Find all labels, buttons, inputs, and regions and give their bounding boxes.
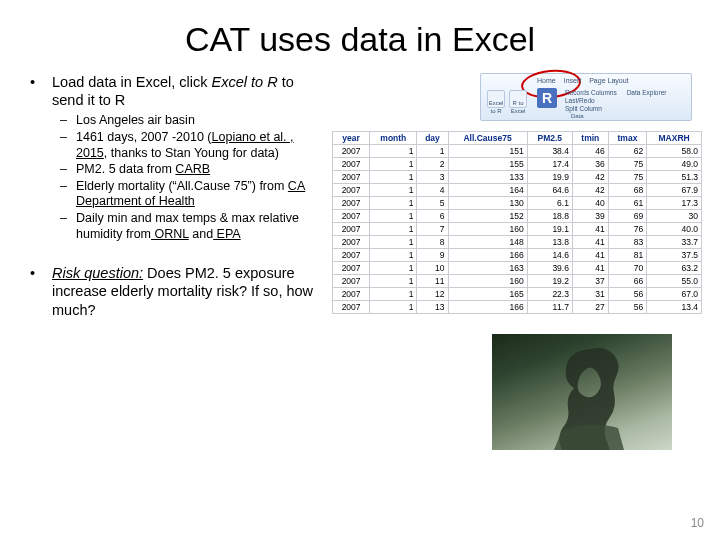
text-fragment: 1461 days, 2007 -2010 ( — [76, 130, 212, 144]
link-carb[interactable]: CARB — [175, 162, 210, 176]
table-cell: 41 — [572, 262, 608, 275]
table-cell: 22.3 — [527, 288, 572, 301]
table-row: 20071416464.6426867.9 — [333, 184, 702, 197]
text-fragment: and — [189, 227, 213, 241]
table-cell: 4 — [417, 184, 448, 197]
table-cell: 67.0 — [647, 288, 702, 301]
slide-body: • Load data in Excel, click Excel to R t… — [0, 73, 720, 450]
sub-bullet-marker: – — [60, 162, 76, 178]
sub-bullet-marker: – — [60, 211, 76, 242]
table-header-cell: tmax — [608, 132, 646, 145]
table-cell: 1 — [370, 223, 417, 236]
sub-bullet: – Los Angeles air basin — [60, 113, 326, 129]
table-cell: 37 — [572, 275, 608, 288]
data-table: yearmonthdayAll.Cause75PM2.5tmintmaxMAXR… — [332, 131, 702, 314]
table-cell: 165 — [448, 288, 527, 301]
table-cell: 30 — [647, 210, 702, 223]
table-header-cell: MAXRH — [647, 132, 702, 145]
table-row: 20071814813.8418333.7 — [333, 236, 702, 249]
table-cell: 69 — [608, 210, 646, 223]
sub-bullet-text: PM2. 5 data from CARB — [76, 162, 326, 178]
table-cell: 133 — [448, 171, 527, 184]
sub-bullet-text: Los Angeles air basin — [76, 113, 326, 129]
table-cell: 64.6 — [527, 184, 572, 197]
table-header-cell: day — [417, 132, 448, 145]
sub-bullet-marker: – — [60, 113, 76, 129]
table-cell: 39 — [572, 210, 608, 223]
table-cell: 76 — [608, 223, 646, 236]
table-cell: 41 — [572, 236, 608, 249]
table-row: 200711316611.7275613.4 — [333, 301, 702, 314]
table-cell: 17.4 — [527, 158, 572, 171]
sub-bullet-text: 1461 days, 2007 -2010 (Lopiano et al. , … — [76, 130, 326, 161]
table-cell: 7 — [417, 223, 448, 236]
table-cell: 1 — [370, 171, 417, 184]
table-header-cell: PM2.5 — [527, 132, 572, 145]
table-cell: 1 — [370, 197, 417, 210]
table-cell: 2007 — [333, 223, 370, 236]
table-cell: 66 — [608, 275, 646, 288]
table-cell: 41 — [572, 249, 608, 262]
table-row: 20071716019.1417640.0 — [333, 223, 702, 236]
table-cell: 56 — [608, 301, 646, 314]
table-cell: 81 — [608, 249, 646, 262]
risk-question-label: Risk question: — [52, 265, 143, 281]
table-cell: 130 — [448, 197, 527, 210]
sub-bullet-marker: – — [60, 130, 76, 161]
table-cell: 56 — [608, 288, 646, 301]
bullet-text: Risk question: Does PM2. 5 exposure incr… — [52, 264, 326, 318]
ribbon-items: Records Columns Last/Redo Split Column D… — [565, 89, 666, 112]
sub-bullet-list: – Los Angeles air basin – 1461 days, 200… — [60, 113, 326, 242]
ribbon-group-label: Data — [571, 113, 584, 119]
table-cell: 42 — [572, 184, 608, 197]
table-cell: 10 — [417, 262, 448, 275]
table-cell: 40 — [572, 197, 608, 210]
thinker-silhouette-icon — [492, 334, 672, 450]
link-epa[interactable]: EPA — [213, 227, 241, 241]
table-cell: 152 — [448, 210, 527, 223]
table-cell: 5 — [417, 197, 448, 210]
ribbon-item: Last/Redo — [565, 97, 617, 105]
sub-bullet-text: Elderly mortality (“All.Cause 75”) from … — [76, 179, 326, 210]
table-cell: 36 — [572, 158, 608, 171]
table-cell: 160 — [448, 275, 527, 288]
table-cell: 67.9 — [647, 184, 702, 197]
table-cell: 18.8 — [527, 210, 572, 223]
table-cell: 58.0 — [647, 145, 702, 158]
left-column: • Load data in Excel, click Excel to R t… — [30, 73, 326, 450]
link-ornl[interactable]: ORNL — [151, 227, 189, 241]
table-cell: 38.4 — [527, 145, 572, 158]
table-cell: 12 — [417, 288, 448, 301]
table-cell: 2007 — [333, 262, 370, 275]
table-cell: 1 — [370, 301, 417, 314]
table-cell: 160 — [448, 223, 527, 236]
table-cell: 41 — [572, 223, 608, 236]
table-cell: 1 — [370, 275, 417, 288]
table-row: 20071916614.6418137.5 — [333, 249, 702, 262]
table-header-cell: month — [370, 132, 417, 145]
table-cell: 166 — [448, 301, 527, 314]
r-to-excel-icon: R to Excel — [509, 90, 527, 108]
table-cell: 6.1 — [527, 197, 572, 210]
table-cell: 1 — [417, 145, 448, 158]
table-header-cell: All.Cause75 — [448, 132, 527, 145]
table-cell: 31 — [572, 288, 608, 301]
ribbon-item: Split Column — [565, 105, 617, 113]
table-cell: 83 — [608, 236, 646, 249]
table-cell: 3 — [417, 171, 448, 184]
table-cell: 164 — [448, 184, 527, 197]
table-cell: 14.6 — [527, 249, 572, 262]
table-cell: 49.0 — [647, 158, 702, 171]
table-row: 20071615218.8396930 — [333, 210, 702, 223]
ribbon-tab-home: Home — [537, 77, 556, 84]
table-row: 200711116019.2376655.0 — [333, 275, 702, 288]
table-cell: 70 — [608, 262, 646, 275]
table-cell: 63.2 — [647, 262, 702, 275]
table-header-cell: year — [333, 132, 370, 145]
table-cell: 2007 — [333, 197, 370, 210]
table-cell: 61 — [608, 197, 646, 210]
ribbon-tab-page-layout: Page Layout — [589, 77, 628, 84]
table-row: 2007151306.1406117.3 — [333, 197, 702, 210]
sub-bullet: – Daily min and max temps & max relative… — [60, 211, 326, 242]
table-cell: 2 — [417, 158, 448, 171]
